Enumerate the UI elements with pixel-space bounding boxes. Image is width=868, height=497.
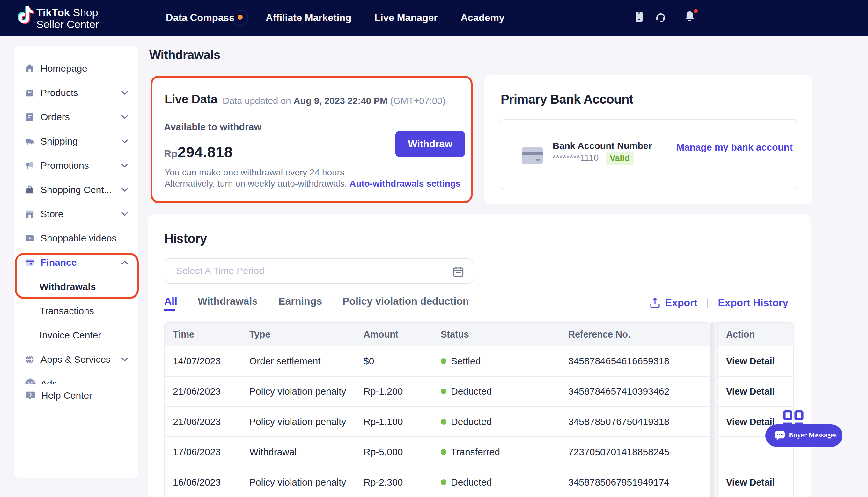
svg-text:?: ? [29,392,32,397]
